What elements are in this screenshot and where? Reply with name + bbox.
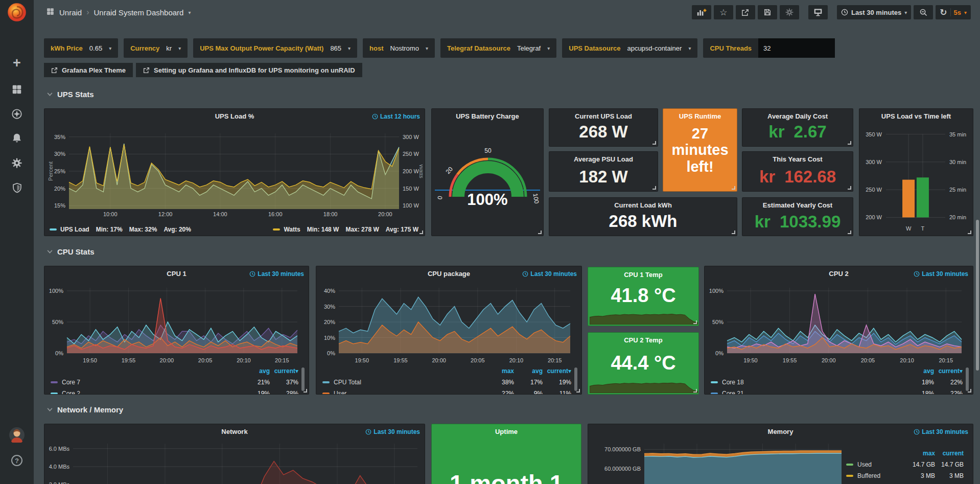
settings-gear-button[interactable] (780, 5, 799, 19)
dashboards-icon[interactable] (0, 78, 34, 101)
network-chart[interactable]: 6.0 MBs4.0 MBs2.0 MBs (46, 442, 423, 484)
variable-ups-max-output-power-capacity-watt-[interactable]: UPS Max Output Power Capacity (Watt)865▾ (193, 38, 357, 58)
panel-time-override[interactable]: Last 30 minutes (522, 270, 577, 278)
panel-title[interactable]: UPS Runtime (663, 112, 737, 120)
legend-sort-current[interactable]: current▾ (270, 367, 298, 375)
panel-title[interactable]: Average Daily Cost (742, 112, 853, 120)
kiosk-monitor-button[interactable] (808, 5, 828, 19)
variable-value[interactable]: apcupsd-container (627, 44, 682, 52)
legend-scrollbar[interactable] (301, 367, 305, 391)
resize-handle[interactable] (419, 231, 423, 234)
configuration-gear-icon[interactable] (0, 151, 34, 175)
legend-series-toggle[interactable]: Buffered (846, 472, 906, 479)
resize-handle[interactable] (576, 389, 580, 393)
breadcrumb-folder[interactable]: Unraid (59, 8, 82, 17)
variable-kwh-price[interactable]: kWh Price0.65▾ (44, 38, 118, 58)
panel-time-override[interactable]: Last 30 minutes (249, 270, 304, 278)
add-panel-button[interactable] (692, 5, 711, 19)
legend-sort-current[interactable]: current▾ (543, 367, 571, 375)
variable-value[interactable]: Telegraf (517, 44, 541, 52)
resize-handle[interactable] (848, 141, 851, 145)
variable-value[interactable]: 0.65 (89, 44, 102, 52)
legend-series-toggle[interactable]: User (322, 390, 485, 395)
panel-title[interactable]: Current UPS Load (549, 112, 658, 120)
legend-series-toggle[interactable]: Core 7 (51, 379, 241, 386)
legend-sort-max[interactable]: max (485, 367, 514, 375)
panel-time-override[interactable]: Last 30 minutes (914, 270, 968, 278)
user-avatar[interactable] (0, 423, 34, 447)
variable-cpu-threads[interactable]: CPU Threads (703, 38, 835, 58)
variable-currency[interactable]: Currencykr▾ (124, 38, 188, 58)
legend-sort-current[interactable]: current▾ (934, 367, 963, 375)
panel-title[interactable]: CPU 2 Temp (588, 336, 698, 344)
legend-series-toggle[interactable]: CPU Total (322, 379, 485, 386)
panel-time-override[interactable]: Last 12 hours (372, 113, 420, 120)
explore-compass-icon[interactable] (0, 102, 34, 126)
resize-handle[interactable] (652, 141, 656, 145)
cpu2-chart[interactable]: 19:5019:5520:0020:0520:1020:15100%50%0% (707, 284, 969, 364)
legend-scrollbar[interactable] (574, 367, 577, 391)
section-cpu-stats[interactable]: CPU Stats (47, 247, 95, 256)
section-network-memory[interactable]: Network / Memory (47, 405, 123, 414)
load-vs-time-chart[interactable]: 350 W35 min300 W30 min250 W25 min200 W20… (861, 124, 972, 235)
time-range-picker[interactable]: Last 30 minutes ▾ (837, 5, 911, 19)
dashboard-link[interactable]: Grafana Plex Theme (44, 63, 133, 77)
legend-sort-avg[interactable]: avg (905, 367, 934, 375)
resize-handle[interactable] (538, 231, 542, 234)
variable-ups-datasource[interactable]: UPS Datasourceapcupsd-container▾ (562, 38, 697, 58)
title-caret-icon[interactable]: ▾ (188, 10, 191, 15)
resize-handle[interactable] (652, 186, 656, 190)
resize-handle[interactable] (304, 389, 307, 393)
variable-telegraf-datasource[interactable]: Telegraf DatasourceTelegraf▾ (440, 38, 556, 58)
legend-sort-max[interactable]: max (906, 450, 935, 457)
create-icon[interactable]: + (0, 51, 34, 75)
page-title[interactable]: Unraid System Dashboard (94, 8, 184, 17)
panel-title[interactable]: Average PSU Load (549, 155, 658, 163)
help-icon[interactable]: ? (0, 449, 34, 472)
variable-value[interactable]: Nostromo (390, 44, 419, 52)
legend-series-toggle[interactable]: Used (846, 461, 906, 468)
resize-handle[interactable] (732, 231, 735, 234)
variable-value[interactable]: kr (166, 44, 172, 52)
panel-title[interactable]: Current Load kWh (549, 201, 737, 209)
dashboard-link[interactable]: Setting up Grafana and InfluxDB for UPS … (136, 63, 362, 77)
legend-sort-current[interactable]: current (935, 450, 964, 457)
resize-handle[interactable] (732, 186, 735, 190)
grafana-logo[interactable] (7, 2, 27, 22)
legend-series-toggle[interactable]: Core 21 (711, 390, 905, 395)
panel-time-override[interactable]: Last 30 minutes (914, 428, 968, 435)
ups-load-chart[interactable]: 10:0012:0014:0016:0018:0020:0035%30%25%2… (48, 127, 423, 218)
legend-sort-avg[interactable]: avg (514, 367, 543, 375)
legend-scrollbar[interactable] (966, 367, 969, 391)
panel-title[interactable]: UPS Load vs Time left (859, 112, 973, 120)
panel-title[interactable]: Uptime (432, 428, 581, 435)
memory-chart[interactable]: 70.000000 GB60.000000 GB50.000000 GB (592, 442, 845, 484)
legend-series-toggle[interactable]: Core 18 (711, 379, 905, 386)
resize-handle[interactable] (848, 231, 851, 234)
share-button[interactable] (736, 5, 755, 19)
legend-series[interactable]: UPS LoadMin: 17%Max: 32%Avg: 20% (50, 226, 191, 233)
variable-host[interactable]: hostNostromo▾ (363, 38, 435, 58)
panel-time-override[interactable]: Last 30 minutes (365, 428, 420, 435)
panel-title[interactable]: UPS Battery Charge (432, 112, 543, 120)
alerting-bell-icon[interactable] (0, 127, 34, 150)
legend-series[interactable]: WattsMin: 148 WMax: 278 WAvg: 175 W (273, 226, 418, 233)
cpu-package-chart[interactable]: 19:5019:5520:0020:0520:1020:1540%30%20%1… (318, 284, 577, 364)
variable-value[interactable]: 865 (330, 44, 341, 52)
panel-title[interactable]: CPU 1 Temp (588, 271, 698, 279)
variable-input[interactable] (758, 38, 835, 58)
legend-series-toggle[interactable]: Core 2 (51, 390, 241, 395)
legend-sort-avg[interactable]: avg (241, 367, 270, 375)
section-ups-stats[interactable]: UPS Stats (47, 90, 94, 99)
cpu1-chart[interactable]: 19:5019:5520:0020:0520:1020:15100%50%0% (46, 284, 305, 364)
resize-handle[interactable] (848, 186, 851, 190)
page-scrollbar[interactable] (976, 220, 979, 371)
zoom-out-button[interactable] (914, 5, 933, 19)
panel-title[interactable]: This Years Cost (742, 155, 853, 163)
resize-handle[interactable] (968, 231, 971, 234)
save-button[interactable] (758, 5, 777, 19)
star-button[interactable]: ☆ (714, 5, 733, 19)
resize-handle[interactable] (693, 320, 697, 324)
refresh-button[interactable]: ↻ 5s ▾ (936, 5, 971, 19)
admin-shield-icon[interactable] (0, 176, 34, 199)
